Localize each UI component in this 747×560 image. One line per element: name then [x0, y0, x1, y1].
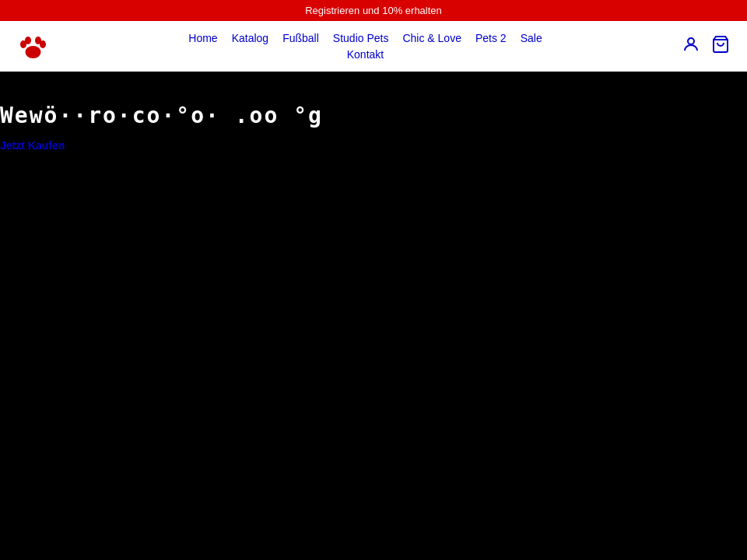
- account-button[interactable]: [680, 33, 702, 60]
- hero-text-area: Wewö··ro·co·°o· .oo °g Jetzt Kaufen: [0, 95, 747, 152]
- top-banner: Registrieren und 10% erhalten: [0, 0, 747, 21]
- banner-text: Registrieren und 10% erhalten: [305, 5, 442, 16]
- svg-point-4: [35, 37, 41, 44]
- hero-cta: Jetzt Kaufen: [0, 138, 747, 152]
- hero-section: Wewö··ro·co·°o· .oo °g Jetzt Kaufen: [0, 72, 747, 152]
- svg-point-3: [25, 37, 31, 44]
- nav-top: Home Katalog Fußball Studio Pets Chic & …: [188, 32, 542, 44]
- hero-cta-button[interactable]: Jetzt Kaufen: [0, 139, 65, 152]
- svg-point-0: [26, 46, 41, 58]
- logo-area: [16, 29, 51, 64]
- nav-link-chic-love[interactable]: Chic & Love: [402, 32, 461, 44]
- nav-link-pets-2[interactable]: Pets 2: [475, 32, 507, 44]
- nav-link-katalog[interactable]: Katalog: [232, 32, 268, 44]
- nav-link-fussball[interactable]: Fußball: [282, 32, 319, 44]
- nav-bottom: Kontakt: [347, 47, 384, 61]
- nav-link-kontakt[interactable]: Kontakt: [347, 48, 384, 61]
- header: Home Katalog Fußball Studio Pets Chic & …: [0, 21, 747, 72]
- bag-button[interactable]: [710, 33, 731, 60]
- nav-icons: [680, 33, 731, 60]
- nav-link-studio-pets[interactable]: Studio Pets: [333, 32, 389, 44]
- nav-area: Home Katalog Fußball Studio Pets Chic & …: [51, 32, 680, 61]
- logo-icon: [16, 29, 51, 64]
- hero-title: Wewö··ro·co·°o· .oo °g: [0, 103, 747, 129]
- bag-icon: [711, 35, 730, 54]
- nav-link-home[interactable]: Home: [188, 32, 217, 44]
- svg-point-5: [688, 38, 694, 44]
- account-icon: [682, 35, 700, 54]
- nav-link-sale[interactable]: Sale: [521, 32, 542, 44]
